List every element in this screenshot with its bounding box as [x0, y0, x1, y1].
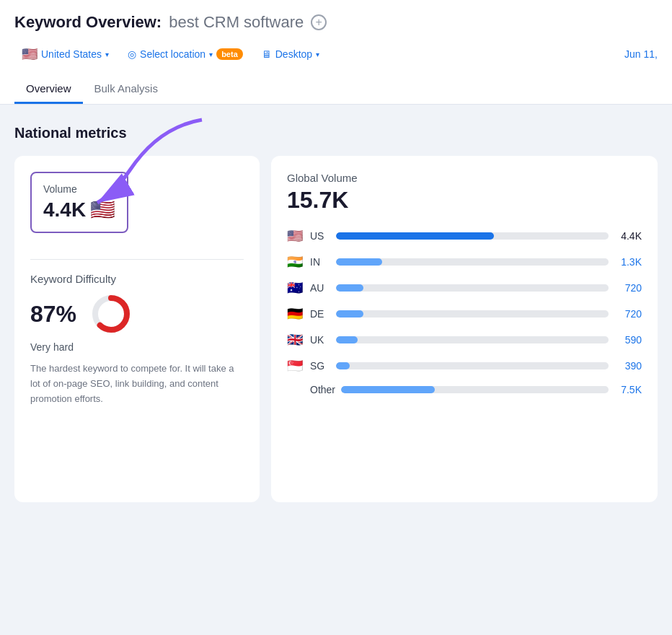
- kd-donut-chart: [89, 292, 133, 336]
- bar-track: [336, 362, 609, 369]
- bar-track: [336, 336, 609, 343]
- bar-fill: [336, 310, 363, 318]
- gv-label: Global Volume: [287, 172, 642, 184]
- country-label: United States: [41, 48, 102, 60]
- country-value: 4.4K: [614, 230, 642, 242]
- kd-percent: 87%: [30, 301, 76, 328]
- section-title: National metrics: [14, 125, 658, 141]
- chevron-down-icon-2: ▾: [209, 51, 213, 58]
- country-code: US: [310, 230, 330, 242]
- country-code: UK: [310, 334, 330, 346]
- kd-label: Keyword Difficulty: [30, 273, 244, 285]
- gv-value: 15.7K: [287, 187, 642, 214]
- bar-fill: [336, 232, 494, 240]
- other-value: 7.5K: [614, 384, 642, 395]
- add-keyword-button[interactable]: +: [311, 14, 327, 30]
- bar-fill: [336, 362, 350, 369]
- country-filter-button[interactable]: 🇺🇸 United States ▾: [14, 42, 116, 66]
- location-filter-button[interactable]: ◎ Select location ▾ beta: [120, 44, 250, 64]
- tabs-row: Overview Bulk Analysis: [14, 75, 658, 104]
- country-row: 🇮🇳 IN 1.3K: [287, 254, 642, 270]
- main-content: National metrics Volume 4.4K 🇺🇸: [0, 105, 672, 517]
- country-code: AU: [310, 282, 330, 294]
- filters-row: 🇺🇸 United States ▾ ◎ Select location ▾ b…: [14, 42, 658, 66]
- country-row: 🇸🇬 SG 390: [287, 358, 642, 374]
- flag-icon: 🇸🇬: [287, 358, 304, 374]
- volume-box: Volume 4.4K 🇺🇸: [30, 172, 128, 233]
- flag-icon: 🇦🇺: [287, 280, 304, 296]
- bar-track: [336, 310, 609, 318]
- country-code: SG: [310, 360, 330, 372]
- bar-track: [336, 232, 609, 240]
- other-label: Other: [310, 384, 335, 395]
- chevron-down-icon: ▾: [105, 51, 109, 58]
- bar-track: [336, 258, 609, 266]
- bar-fill: [336, 336, 358, 343]
- location-pin-icon: ◎: [128, 48, 136, 60]
- country-value: 720: [614, 308, 642, 320]
- divider-1: [30, 259, 244, 260]
- device-label: Desktop: [275, 48, 312, 60]
- kd-hard-label: Very hard: [30, 341, 244, 353]
- left-card: Volume 4.4K 🇺🇸 Keyword Difficulty 87%: [14, 156, 260, 502]
- chevron-down-icon-3: ▾: [316, 51, 319, 58]
- flag-icon: 🇺🇸: [287, 228, 304, 244]
- flag-icon: 🇮🇳: [287, 254, 304, 270]
- kd-description: The hardest keyword to compete for. It w…: [30, 362, 244, 406]
- country-row: 🇩🇪 DE 720: [287, 306, 642, 322]
- kd-row: 87%: [30, 292, 244, 336]
- right-card: Global Volume 15.7K 🇺🇸 US 4.4K 🇮🇳 IN 1.3…: [271, 156, 658, 502]
- country-code: DE: [310, 308, 330, 320]
- bar-fill: [336, 284, 363, 292]
- country-value: 390: [614, 360, 642, 372]
- flag-icon: 🇬🇧: [287, 332, 304, 348]
- country-value: 590: [614, 334, 642, 346]
- country-code: IN: [310, 256, 330, 268]
- cards-row: Volume 4.4K 🇺🇸 Keyword Difficulty 87%: [14, 156, 658, 502]
- tab-overview[interactable]: Overview: [14, 75, 83, 104]
- title-row: Keyword Overview: best CRM software +: [14, 13, 658, 32]
- country-row: 🇺🇸 US 4.4K: [287, 228, 642, 244]
- beta-badge: beta: [216, 48, 243, 60]
- desktop-icon: 🖥: [262, 48, 272, 60]
- country-value: 1.3K: [614, 256, 642, 268]
- date-filter[interactable]: Jun 11,: [624, 48, 658, 60]
- other-bar-fill: [341, 386, 435, 393]
- other-row: Other 7.5K: [287, 384, 642, 395]
- volume-value: 4.4K 🇺🇸: [43, 198, 115, 222]
- us-flag-icon: 🇺🇸: [90, 198, 115, 222]
- country-rows: 🇺🇸 US 4.4K 🇮🇳 IN 1.3K 🇦🇺 AU 720 🇩🇪 DE: [287, 228, 642, 374]
- tab-bulk-analysis[interactable]: Bulk Analysis: [83, 75, 169, 104]
- bar-fill: [336, 258, 382, 266]
- country-row: 🇦🇺 AU 720: [287, 280, 642, 296]
- location-label: Select location: [140, 48, 205, 60]
- volume-label: Volume: [43, 183, 115, 195]
- bar-track: [336, 284, 609, 292]
- other-bar-track: [341, 386, 609, 393]
- device-filter-button[interactable]: 🖥 Desktop ▾: [255, 44, 327, 64]
- country-row: 🇬🇧 UK 590: [287, 332, 642, 348]
- flag-icon: 🇩🇪: [287, 306, 304, 322]
- header: Keyword Overview: best CRM software + 🇺🇸…: [0, 0, 672, 105]
- country-value: 720: [614, 282, 642, 294]
- page-title-query: best CRM software: [169, 13, 304, 32]
- page-title-prefix: Keyword Overview:: [14, 13, 162, 32]
- country-flag-icon: 🇺🇸: [22, 46, 37, 62]
